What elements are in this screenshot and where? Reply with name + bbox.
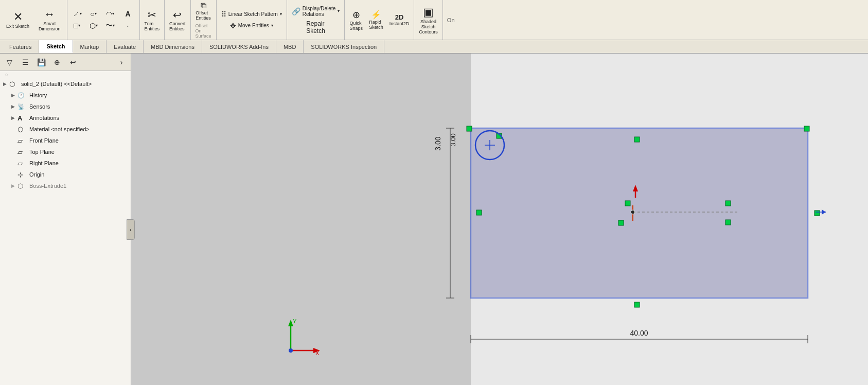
list-view-button[interactable]: ☰ [18, 56, 32, 69]
instant2d-button[interactable]: 2D Instant2D [387, 12, 412, 27]
expand-solid2-icon: ▶ [3, 81, 9, 86]
toolbar-group-sketch1: ⟋ ▾ ○ ▾ ◠ ▾ A □ ▾ [67, 0, 140, 40]
tree-item-history[interactable]: ▶ 🕐 History [8, 90, 131, 101]
material-label: Material <not specified> [29, 126, 128, 132]
linear-pattern-label: Linear Sketch Pattern [228, 11, 278, 17]
expand-sensors-icon: ▶ [11, 104, 17, 109]
spline-tool-button[interactable]: 〜 ▾ [102, 20, 118, 31]
circle-tool-button[interactable]: ○ ▾ [86, 9, 101, 19]
move-entities-dropdown-icon[interactable]: ▾ [271, 23, 273, 28]
svg-point-29 [631, 210, 635, 214]
tree-item-annotations[interactable]: ▶ A Annotations [8, 112, 131, 124]
line-dropdown-icon[interactable]: ▾ [80, 11, 82, 16]
main-layout: ▽ ☰ 💾 ⊕ ↩ › ○ ▶ ⬡ solid_2 (Default) <<De… [0, 54, 868, 385]
save-button[interactable]: 💾 [34, 56, 48, 69]
tree-item-front-plane[interactable]: ▱ Front Plane [8, 135, 131, 146]
svg-text:Y: Y [293, 318, 297, 324]
svg-rect-3 [471, 128, 808, 298]
tab-solidworks-addins[interactable]: SOLIDWORKS Add-Ins [202, 40, 276, 53]
offset-surface-button[interactable]: OffsetOnSurface [193, 22, 214, 40]
convert-entities-button[interactable]: ↩ ConvertEntities [167, 8, 188, 32]
tab-mbd[interactable]: MBD [276, 40, 304, 53]
rapid-sketch-label: RapidSketch [369, 20, 383, 30]
tab-sketch[interactable]: Sketch [39, 40, 73, 53]
spline-dropdown-icon[interactable]: ▾ [113, 23, 115, 28]
svg-rect-23 [725, 201, 731, 206]
toolbar-group-offset: ⧉ OffsetEntities OffsetOnSurface [191, 0, 217, 40]
text-tool-button[interactable]: A [119, 9, 137, 19]
undo-button[interactable]: ↩ [66, 56, 80, 69]
relations-dropdown-icon[interactable]: ▾ [338, 9, 340, 13]
svg-rect-20 [476, 210, 482, 215]
tree-item-origin[interactable]: ⊹ Origin [8, 169, 131, 180]
polygon-tool-button[interactable]: ⬡ ▾ [86, 20, 101, 31]
material-icon: ⬡ [17, 126, 28, 133]
shaded-sketch-icon: ▣ [423, 6, 434, 19]
tab-mbd-dimensions[interactable]: MBD Dimensions [144, 40, 202, 53]
toolbar-group-snaps: ⊕ QuickSnaps ⚡ RapidSketch 2D Instant2D [345, 0, 414, 40]
arc-tool-button[interactable]: ◠ ▾ [102, 9, 118, 19]
tab-features[interactable]: Features [2, 40, 39, 53]
tree-item-material[interactable]: ⬡ Material <not specified> [8, 124, 131, 135]
tab-solidworks-inspection[interactable]: SOLIDWORKS Inspection [304, 40, 384, 53]
annotations-icon: A [17, 114, 28, 122]
sensors-icon: 📡 [17, 103, 28, 110]
trim-entities-button[interactable]: ✂ TrimEntities [142, 8, 163, 32]
tree-indicator: ○ [0, 71, 131, 78]
sidebar-toolbar: ▽ ☰ 💾 ⊕ ↩ › [0, 54, 131, 71]
origin-icon: ⊹ [17, 171, 28, 179]
rect-tool-button[interactable]: □ ▾ [69, 20, 85, 31]
svg-rect-26 [634, 302, 640, 307]
tab-evaluate[interactable]: Evaluate [107, 40, 144, 53]
rect-dropdown-icon[interactable]: ▾ [78, 23, 80, 28]
tree-item-solid2[interactable]: ▶ ⬡ solid_2 (Default) <<Default> [0, 78, 131, 90]
instant2d-icon: 2D [395, 13, 404, 21]
svg-rect-21 [625, 201, 630, 206]
circle-dropdown-icon[interactable]: ▾ [95, 11, 97, 16]
linear-sketch-pattern-button[interactable]: ⠿ Linear Sketch Pattern ▾ [219, 9, 285, 20]
canvas-area: ⊕ 🔍 ↻ ⬚ ✏ ⬛▾ ⬜▾ ◑▾ ◫ 🖥 [131, 54, 868, 385]
expand-history-icon: ▶ [11, 93, 17, 98]
tree-item-top-plane[interactable]: ▱ Top Plane [8, 146, 131, 157]
toolbar-group-pattern: ⠿ Linear Sketch Pattern ▾ ✥ Move Entitie… [217, 0, 287, 40]
crosshair-button[interactable]: ⊕ [50, 56, 64, 69]
repair-sketch-button[interactable]: RepairSketch [289, 19, 342, 36]
sidebar-collapse-handle[interactable]: ‹ [127, 219, 135, 240]
svg-rect-22 [618, 220, 624, 225]
expand-boss-extrude1-icon: ▶ [11, 183, 17, 188]
tree-item-boss-extrude1[interactable]: ▶ ⬡ Boss-Extrude1 [8, 180, 131, 191]
svg-point-44 [289, 348, 293, 353]
rapid-sketch-button[interactable]: ⚡ RapidSketch [366, 9, 386, 31]
sensors-label: Sensors [29, 103, 128, 110]
top-plane-icon: ▱ [17, 148, 28, 156]
line-tool-button[interactable]: ⟋ ▾ [69, 9, 85, 19]
move-entities-icon: ✥ [230, 22, 236, 30]
tree-item-right-plane[interactable]: ▱ Right Plane [8, 157, 131, 169]
sketch-canvas[interactable]: 3.00 20.00 40.00 [131, 54, 868, 385]
history-icon: 🕐 [17, 92, 28, 99]
front-plane-icon: ▱ [17, 137, 28, 145]
shaded-sketch-contours-button[interactable]: ▣ ShadedSketchContours [416, 5, 440, 36]
polygon-dropdown-icon[interactable]: ▾ [96, 23, 98, 28]
tab-markup[interactable]: Markup [73, 40, 107, 53]
solid2-label: solid_2 (Default) <<Default> [21, 81, 128, 87]
text-icon: A [126, 10, 131, 18]
arc-dropdown-icon[interactable]: ▾ [112, 11, 114, 16]
point-icon: · [127, 22, 129, 30]
svg-text:3.00: 3.00 [434, 136, 442, 150]
instant2d-label: Instant2D [389, 21, 410, 26]
exit-sketch-button[interactable]: ✕ Exit Sketch [2, 10, 33, 30]
display-delete-relations-button[interactable]: 🔗 Display/DeleteRelations ▾ [289, 5, 342, 18]
quick-snaps-label: QuickSnaps [350, 21, 363, 31]
toolbar-group-on: On [443, 0, 459, 40]
move-entities-label: Move Entities [238, 23, 269, 28]
filter-button[interactable]: ▽ [2, 56, 16, 69]
point-tool-button[interactable]: · [119, 20, 137, 31]
move-entities-button[interactable]: ✥ Move Entities ▾ [219, 21, 285, 31]
offset-entities-button[interactable]: ⧉ OffsetEntities [193, 0, 214, 22]
quick-snaps-button[interactable]: ⊕ QuickSnaps [347, 8, 365, 32]
tree-item-sensors[interactable]: ▶ 📡 Sensors [8, 101, 131, 112]
smart-dimension-button[interactable]: ↔ SmartDimension [34, 8, 65, 32]
expand-panel-button[interactable]: › [114, 56, 129, 69]
linear-pattern-dropdown-icon[interactable]: ▾ [280, 12, 282, 16]
